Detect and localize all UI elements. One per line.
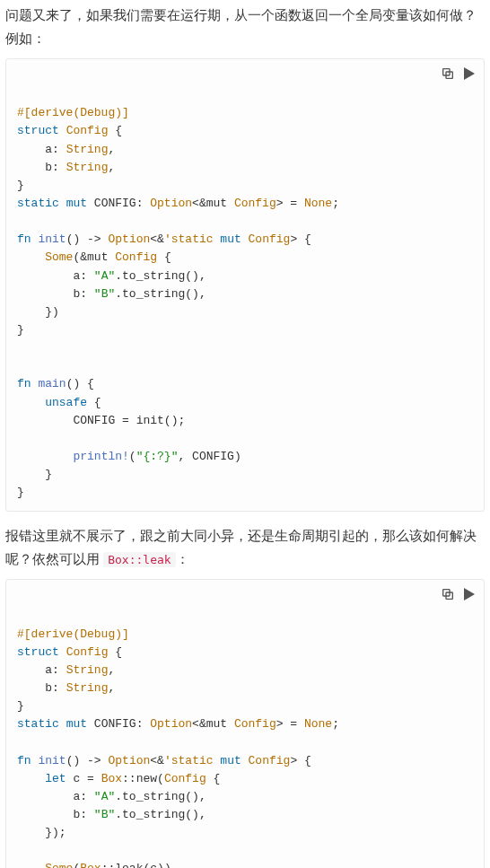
tok-colon: : xyxy=(80,808,94,821)
tok-tostring: .to_string() xyxy=(115,808,199,821)
tok-comma: , xyxy=(108,161,115,174)
tok-mut: mut xyxy=(220,754,241,767)
tok-config: Config xyxy=(164,772,206,785)
tok-string: String xyxy=(66,663,109,677)
tok-gt: > xyxy=(276,197,284,210)
tok-str-b: "B" xyxy=(94,287,115,301)
tok-lifetime: 'static xyxy=(164,232,214,246)
tok-config: Config xyxy=(66,645,109,659)
tok-init: init xyxy=(38,754,66,767)
tok-struct: struct xyxy=(17,645,59,659)
tok-lt: < xyxy=(150,754,157,767)
tok-rp: ) xyxy=(157,862,164,868)
tok-config-const: CONFIG xyxy=(94,197,136,210)
tok-colon: : xyxy=(52,161,66,174)
tok-lt: < xyxy=(192,717,199,731)
tok-fmt: "{:?}" xyxy=(136,450,179,463)
tok-semi: ; xyxy=(59,826,66,839)
tok-colon: : xyxy=(80,269,94,283)
para2-text-a: 报错这里就不展示了，跟之前大同小异，还是生命周期引起的，那么该如何解决呢？依然可… xyxy=(5,528,477,566)
tok-box: Box xyxy=(80,862,101,868)
paragraph-1: 问题又来了，如果我们需要在运行期，从一个函数返回一个全局变量该如何做？例如： xyxy=(0,4,490,49)
run-icon[interactable] xyxy=(464,67,475,80)
tok-a: a xyxy=(45,663,52,677)
tok-fn: fn xyxy=(17,377,31,390)
tok-some: Some xyxy=(45,862,73,868)
tok-colon: : xyxy=(52,143,66,156)
tok-comma: , xyxy=(199,790,206,803)
tok-brace: { xyxy=(297,754,311,767)
tok-close: }) xyxy=(45,305,59,319)
tok-tostring: .to_string() xyxy=(115,269,199,283)
tok-mut: mut xyxy=(66,197,87,210)
tok-config: Config xyxy=(249,232,291,246)
code-block-2: #[derive(Debug)] struct Config { a: Stri… xyxy=(5,579,485,868)
tok-static: static xyxy=(17,717,59,731)
tok-amp: & xyxy=(157,754,164,767)
tok-brace: { xyxy=(87,396,101,409)
tok-brace: { xyxy=(297,232,311,246)
tok-arrow: -> xyxy=(80,754,108,767)
tok-none: None xyxy=(304,717,332,731)
tok-new: ::new( xyxy=(122,772,164,785)
code-toolbar xyxy=(441,587,475,601)
tok-semi: ; xyxy=(332,717,339,731)
tok-option: Option xyxy=(150,197,192,210)
tok-comma: , xyxy=(108,663,115,677)
svg-marker-5 xyxy=(464,588,475,601)
tok-let: let xyxy=(45,772,66,785)
tok-lt: < xyxy=(150,232,157,246)
tok-amp: & xyxy=(157,232,164,246)
tok-brace: } xyxy=(17,323,24,337)
tok-sep: , xyxy=(178,450,192,463)
tok-close: }) xyxy=(45,826,59,839)
tok-string: String xyxy=(66,681,109,695)
inline-code-box-leak: Box::leak xyxy=(103,552,175,567)
tok-fn: fn xyxy=(17,754,31,767)
tok-colon: : xyxy=(136,717,151,731)
tok-option: Option xyxy=(108,754,150,767)
tok-str-a: "A" xyxy=(94,269,115,283)
tok-eq: = xyxy=(284,197,304,210)
tok-rp: ) xyxy=(234,450,241,463)
tok-semi: ; xyxy=(332,197,339,210)
tok-lp: ( xyxy=(129,450,136,463)
tok-println: println! xyxy=(73,450,128,463)
tok-some: Some xyxy=(45,250,73,264)
tok-derive: #[derive(Debug)] xyxy=(17,106,129,119)
tok-tostring: .to_string() xyxy=(115,287,199,301)
copy-icon[interactable] xyxy=(441,66,455,81)
tok-struct: struct xyxy=(17,124,59,137)
tok-ampmut: &mut xyxy=(199,717,234,731)
tok-a: a xyxy=(45,143,52,156)
tok-str-b: "B" xyxy=(94,808,115,821)
tok-config: Config xyxy=(249,754,291,767)
tok-brace: } xyxy=(17,179,24,192)
tok-eq: = xyxy=(284,717,304,731)
tok-comma: , xyxy=(199,808,206,821)
tok-brace: } xyxy=(17,486,24,499)
tok-brace: { xyxy=(108,645,122,659)
tok-string: String xyxy=(66,161,109,174)
tok-comma: , xyxy=(108,681,115,695)
tok-string: String xyxy=(66,143,109,156)
para2-text-b: ： xyxy=(176,551,189,566)
tok-b: b xyxy=(45,681,52,695)
tok-config: Config xyxy=(234,717,276,731)
tok-comma: , xyxy=(108,143,115,156)
tok-unsafe: unsafe xyxy=(45,396,87,409)
tok-config-const: CONFIG xyxy=(73,414,115,427)
tok-fn: fn xyxy=(17,232,31,246)
tok-c: c xyxy=(150,862,157,868)
copy-icon[interactable] xyxy=(441,587,455,601)
tok-brace: { xyxy=(206,772,221,785)
svg-marker-2 xyxy=(464,67,475,80)
paragraph-2: 报错这里就不展示了，跟之前大同小异，还是生命周期引起的，那么该如何解决呢？依然可… xyxy=(0,524,490,570)
tok-option: Option xyxy=(108,232,150,246)
tok-brace: } xyxy=(45,468,52,481)
run-icon[interactable] xyxy=(464,588,475,601)
tok-colon: : xyxy=(52,681,66,695)
tok-config-const: CONFIG xyxy=(192,450,234,463)
tok-mut: mut xyxy=(66,717,87,731)
tok-none: None xyxy=(304,197,332,210)
